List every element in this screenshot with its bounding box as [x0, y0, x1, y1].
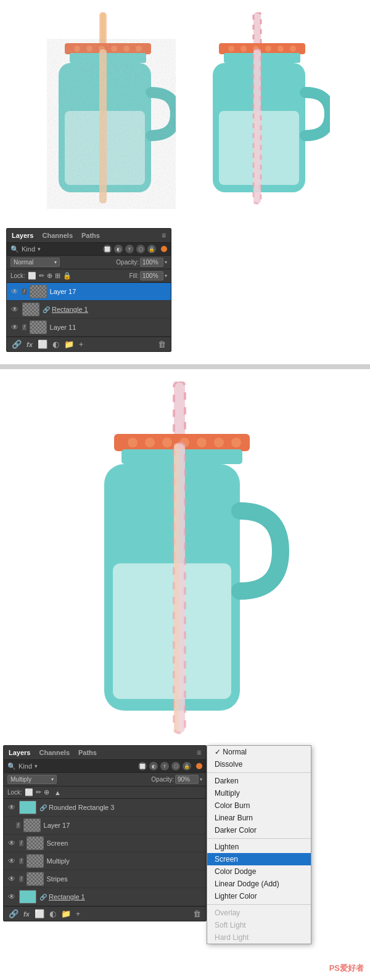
bottom-filter-text-icon[interactable]: T [160, 762, 169, 770]
bottom-delete-layer-icon[interactable]: 🗑 [193, 909, 201, 918]
svg-rect-26 [253, 49, 261, 203]
mask-icon[interactable]: ⬜ [38, 340, 47, 349]
dropdown-item-linear-burn[interactable]: Linear Burn [207, 812, 311, 824]
layer-thumb [30, 321, 47, 334]
layer-row-screen[interactable]: 👁 f Screen [4, 835, 206, 852]
bottom-link-layers-icon[interactable]: 🔗 [9, 909, 18, 918]
dropdown-item-color-dodge[interactable]: Color Dodge [207, 865, 311, 878]
dropdown-item-normal[interactable]: Normal [207, 746, 311, 758]
lock-move-icon[interactable]: ⊕ [47, 272, 52, 280]
visibility-eye[interactable]: 👁 [7, 839, 16, 847]
new-layer-icon[interactable]: + [79, 340, 84, 349]
bottom-group-icon[interactable]: 📁 [61, 909, 71, 918]
bottom-lock-all-icon[interactable]: ▲ [54, 789, 61, 796]
layers-tab[interactable]: Layers [12, 232, 33, 239]
svg-point-20 [265, 46, 271, 52]
visibility-eye[interactable]: 👁 [7, 803, 16, 812]
filter-pixel-icon[interactable]: ⬜ [103, 245, 112, 253]
filter-text-icon[interactable]: T [125, 245, 134, 253]
kind-chevron[interactable]: ▾ [38, 246, 41, 252]
filter-shape-icon[interactable]: ⬡ [136, 245, 145, 253]
dropdown-item-lighten[interactable]: Lighten [207, 841, 311, 853]
bottom-opacity-chevron[interactable]: ▾ [200, 777, 202, 782]
lock-pixel-icon[interactable]: ⬜ [28, 272, 36, 280]
dropdown-item-hard-light[interactable]: Hard Light [207, 931, 311, 944]
search-kind-label[interactable]: Kind [22, 245, 35, 253]
dropdown-item-multiply[interactable]: Multiply [207, 787, 311, 799]
dropdown-item-color-burn[interactable]: Color Burn [207, 799, 311, 812]
bottom-channels-tab[interactable]: Channels [39, 749, 70, 756]
filter-smart-icon[interactable]: 🔒 [147, 245, 156, 253]
opacity-input[interactable] [140, 258, 163, 267]
blend-mode-select[interactable]: Normal ▾ [10, 258, 60, 267]
visibility-eye[interactable]: 👁 [7, 875, 16, 883]
paths-tab[interactable]: Paths [81, 232, 100, 239]
dropdown-item-linear-dodge[interactable]: Linear Dodge (Add) [207, 878, 311, 890]
bottom-filter-smart-icon[interactable]: 🔒 [183, 762, 191, 770]
bottom-adjustment-icon[interactable]: ◐ [49, 909, 56, 918]
channels-tab[interactable]: Channels [42, 232, 73, 239]
group-icon[interactable]: 📁 [64, 340, 74, 349]
visibility-eye[interactable]: 👁 [10, 323, 19, 332]
dropdown-item-darker-color[interactable]: Darker Color [207, 824, 311, 836]
bottom-lock-label: Lock: [7, 789, 22, 796]
panel-menu-icon[interactable]: ≡ [162, 231, 166, 240]
jar-comparison-row [28, 6, 342, 222]
lock-all-icon[interactable]: 🔒 [63, 272, 72, 280]
dropdown-item-dissolve[interactable]: Dissolve [207, 758, 311, 770]
visibility-eye[interactable]: 👁 [7, 857, 16, 865]
svg-point-36 [214, 438, 224, 447]
dropdown-item-darken[interactable]: Darken [207, 775, 311, 787]
visibility-eye[interactable]: 👁 [7, 892, 16, 901]
link-layers-icon[interactable]: 🔗 [12, 340, 22, 349]
bottom-new-layer-icon[interactable]: + [76, 909, 81, 918]
layer-row-rounded-rect3[interactable]: 👁 🔗 Rounded Rectangle 3 [4, 799, 206, 817]
bottom-mask-icon[interactable]: ⬜ [35, 909, 44, 918]
bottom-fx-icon[interactable]: fx [23, 910, 30, 918]
bottom-panel-menu-icon[interactable]: ≡ [197, 748, 201, 757]
layer-row-bottom-rect1[interactable]: 👁 🔗 Rectangle 1 [4, 888, 206, 906]
bottom-lock-brush-icon[interactable]: ✏ [36, 788, 41, 796]
section-divider [0, 364, 370, 369]
layer-row-bottom-layer17[interactable]: f Layer 17 [4, 817, 206, 835]
layer-row-layer11[interactable]: 👁 f Layer 11 [7, 319, 171, 337]
fill-input[interactable] [140, 271, 163, 280]
bottom-filter-adjust-icon[interactable]: ◐ [149, 762, 158, 770]
filter-toggle[interactable] [161, 246, 167, 252]
bottom-search-kind-label[interactable]: Kind [18, 762, 32, 770]
link-icon: 🔗 [39, 804, 46, 811]
filter-adjust-icon[interactable]: ◐ [114, 245, 123, 253]
bottom-opacity-input[interactable] [175, 775, 199, 784]
bottom-search-filter-icons: ⬜ ◐ T ⬡ 🔒 [138, 762, 191, 770]
layer-f-badge: f [16, 822, 20, 828]
lock-brush-icon[interactable]: ✏ [39, 272, 44, 280]
bottom-panel-header: Layers Channels Paths ≡ [4, 746, 206, 760]
delete-layer-icon[interactable]: 🗑 [158, 340, 166, 349]
dropdown-item-lighter-color[interactable]: Lighter Color [207, 890, 311, 902]
bottom-layers-tab[interactable]: Layers [9, 749, 30, 756]
layer-row-layer17[interactable]: 👁 f Layer 17 [7, 283, 171, 301]
bottom-kind-chevron[interactable]: ▾ [35, 763, 38, 769]
dropdown-item-overlay[interactable]: Overlay [207, 907, 311, 919]
svg-rect-40 [113, 563, 231, 699]
dropdown-item-screen[interactable]: Screen [207, 853, 311, 865]
bottom-filter-pixel-icon[interactable]: ⬜ [138, 762, 147, 770]
bottom-lock-pixel-icon[interactable]: ⬜ [25, 788, 33, 796]
bottom-paths-tab[interactable]: Paths [78, 749, 97, 756]
fill-chevron[interactable]: ▾ [165, 273, 167, 279]
bottom-filter-toggle[interactable] [196, 763, 202, 769]
bottom-filter-shape-icon[interactable]: ⬡ [171, 762, 180, 770]
opacity-chevron[interactable]: ▾ [165, 259, 167, 265]
adjustment-icon[interactable]: ◐ [52, 340, 59, 349]
bottom-lock-move-icon[interactable]: ⊕ [44, 788, 49, 796]
dropdown-item-soft-light[interactable]: Soft Light [207, 919, 311, 931]
visibility-eye[interactable]: 👁 [10, 287, 19, 296]
layer-row-multiply[interactable]: 👁 f Multiply [4, 852, 206, 870]
visibility-eye[interactable]: 👁 [10, 305, 19, 314]
bottom-blend-mode-select[interactable]: Multiply ▾ [7, 775, 57, 784]
layer-row-stripes[interactable]: 👁 f Stripes [4, 870, 206, 888]
lock-artboard-icon[interactable]: ⊞ [55, 272, 60, 280]
fx-icon[interactable]: fx [27, 341, 33, 348]
layer-row-rectangle1[interactable]: 👁 🔗 Rectangle 1 [7, 301, 171, 319]
big-jar-container [77, 382, 293, 739]
